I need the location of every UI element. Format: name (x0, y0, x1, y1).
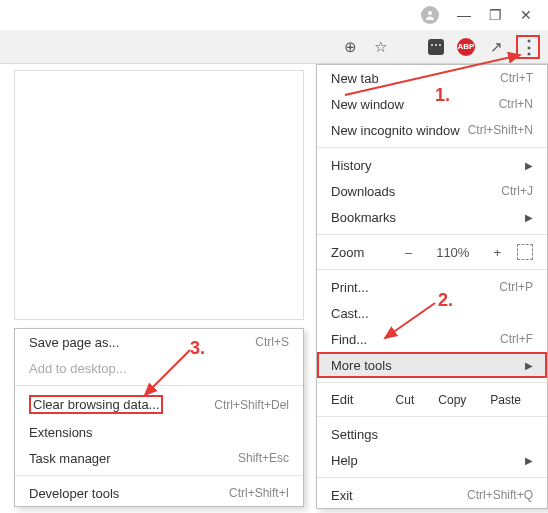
menu-downloads[interactable]: Downloads Ctrl+J (317, 178, 547, 204)
submenu-developer-tools[interactable]: Developer tools Ctrl+Shift+I (15, 480, 303, 506)
chrome-main-menu: New tab Ctrl+T New window Ctrl+N New inc… (316, 64, 548, 509)
menu-label: Developer tools (29, 486, 119, 501)
submenu-clear-browsing-data[interactable]: Clear browsing data... Ctrl+Shift+Del (15, 390, 303, 419)
share-icon[interactable]: ↗ (486, 37, 506, 57)
menu-label: New window (331, 97, 404, 112)
menu-label: History (331, 158, 371, 173)
maximize-button[interactable]: ❐ (489, 7, 502, 23)
menu-new-tab[interactable]: New tab Ctrl+T (317, 65, 547, 91)
menu-edit-row: Edit Cut Copy Paste (317, 387, 547, 412)
menu-settings[interactable]: Settings (317, 421, 547, 447)
menu-label: New incognito window (331, 123, 460, 138)
menu-shortcut: Ctrl+N (499, 97, 533, 111)
zoom-in-button[interactable]: + (485, 245, 509, 260)
fullscreen-icon[interactable] (517, 244, 533, 260)
edit-label: Edit (331, 392, 384, 407)
menu-new-incognito[interactable]: New incognito window Ctrl+Shift+N (317, 117, 547, 143)
menu-find[interactable]: Find... Ctrl+F (317, 326, 547, 352)
menu-history[interactable]: History ▶ (317, 152, 547, 178)
zoom-label: Zoom (331, 245, 389, 260)
menu-shortcut: Ctrl+J (501, 184, 533, 198)
page-content-area (14, 70, 304, 320)
more-tools-submenu: Save page as... Ctrl+S Add to desktop...… (14, 328, 304, 507)
cut-button[interactable]: Cut (384, 393, 427, 407)
adblock-icon[interactable]: ABP (456, 37, 476, 57)
menu-label: More tools (331, 358, 392, 373)
menu-label: Settings (331, 427, 378, 442)
menu-shortcut: Ctrl+Shift+Del (214, 398, 289, 412)
menu-cast[interactable]: Cast... (317, 300, 547, 326)
menu-label: Extensions (29, 425, 93, 440)
menu-shortcut: Ctrl+Shift+N (468, 123, 533, 137)
menu-label: Task manager (29, 451, 111, 466)
extension-square-icon[interactable] (426, 37, 446, 57)
bookmark-star-icon[interactable]: ☆ (370, 37, 390, 57)
browser-toolbar: ⊕ ☆ ABP ↗ ⋮ (0, 30, 548, 64)
submenu-add-desktop[interactable]: Add to desktop... (15, 355, 303, 381)
zoom-value: 110% (428, 245, 477, 260)
zoom-indicator-icon[interactable]: ⊕ (340, 37, 360, 57)
menu-label: Bookmarks (331, 210, 396, 225)
menu-label: Downloads (331, 184, 395, 199)
menu-shortcut: Ctrl+S (255, 335, 289, 349)
menu-shortcut: Shift+Esc (238, 451, 289, 465)
menu-shortcut: Ctrl+Shift+I (229, 486, 289, 500)
menu-print[interactable]: Print... Ctrl+P (317, 274, 547, 300)
menu-label: Exit (331, 488, 353, 503)
menu-new-window[interactable]: New window Ctrl+N (317, 91, 547, 117)
submenu-task-manager[interactable]: Task manager Shift+Esc (15, 445, 303, 471)
submenu-arrow-icon: ▶ (525, 160, 533, 171)
menu-label: Help (331, 453, 358, 468)
zoom-out-button[interactable]: – (397, 245, 420, 260)
menu-label: Find... (331, 332, 367, 347)
minimize-button[interactable]: — (457, 7, 471, 23)
submenu-save-page[interactable]: Save page as... Ctrl+S (15, 329, 303, 355)
menu-zoom-row: Zoom – 110% + (317, 239, 547, 265)
menu-exit[interactable]: Exit Ctrl+Shift+Q (317, 482, 547, 508)
menu-label: Add to desktop... (29, 361, 127, 376)
menu-bookmarks[interactable]: Bookmarks ▶ (317, 204, 547, 230)
menu-label: Save page as... (29, 335, 119, 350)
menu-label: Cast... (331, 306, 369, 321)
profile-icon[interactable] (421, 6, 439, 24)
menu-shortcut: Ctrl+T (500, 71, 533, 85)
submenu-arrow-icon: ▶ (525, 212, 533, 223)
menu-shortcut: Ctrl+Shift+Q (467, 488, 533, 502)
menu-shortcut: Ctrl+P (499, 280, 533, 294)
menu-label: Clear browsing data... (29, 395, 163, 414)
copy-button[interactable]: Copy (426, 393, 478, 407)
svg-point-0 (428, 11, 432, 15)
menu-label: Print... (331, 280, 369, 295)
submenu-extensions[interactable]: Extensions (15, 419, 303, 445)
menu-help[interactable]: Help ▶ (317, 447, 547, 473)
submenu-arrow-icon: ▶ (525, 455, 533, 466)
close-button[interactable]: ✕ (520, 7, 532, 23)
submenu-arrow-icon: ▶ (525, 360, 533, 371)
kebab-menu-button[interactable]: ⋮ (516, 35, 540, 59)
menu-shortcut: Ctrl+F (500, 332, 533, 346)
menu-label: New tab (331, 71, 379, 86)
menu-more-tools[interactable]: More tools ▶ (317, 352, 547, 378)
paste-button[interactable]: Paste (478, 393, 533, 407)
